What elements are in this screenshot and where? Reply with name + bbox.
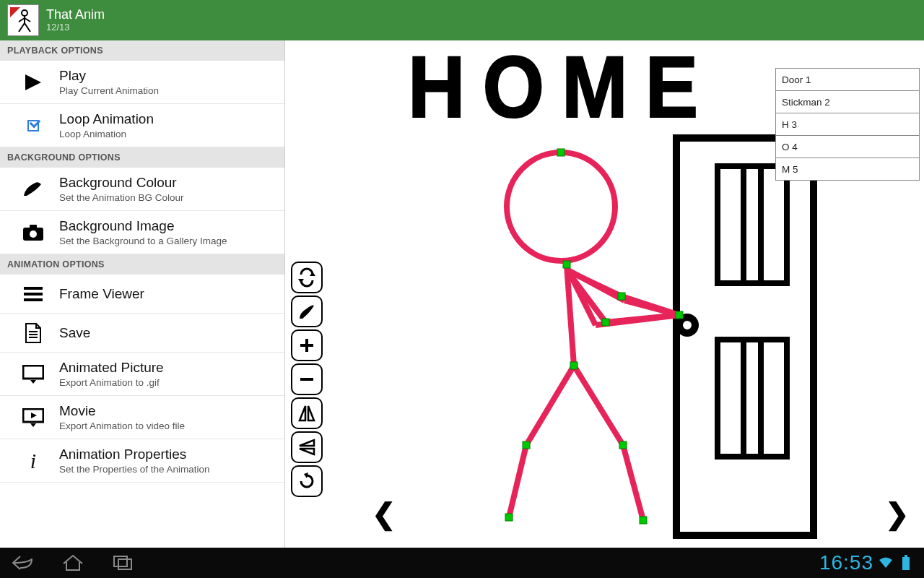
menu-play[interactable]: Play Play Current Animation xyxy=(0,61,284,104)
menu-movie[interactable]: Movie Export Animation to video file xyxy=(0,396,284,439)
svg-point-1 xyxy=(22,10,27,16)
brush-icon xyxy=(7,180,59,199)
menu-loop-animation[interactable]: Loop Animation Loop Animation xyxy=(0,104,284,147)
svg-line-5 xyxy=(19,18,25,22)
svg-marker-53 xyxy=(300,440,314,446)
menu-item-subtitle: Play Current Animation xyxy=(59,85,277,96)
tool-plus[interactable] xyxy=(291,329,323,361)
svg-line-33 xyxy=(509,445,526,517)
svg-marker-0 xyxy=(10,7,20,17)
prev-frame-button[interactable]: ❮ xyxy=(372,497,396,530)
svg-line-35 xyxy=(623,445,643,520)
svg-marker-52 xyxy=(308,406,314,420)
layer-list: Door 1 Stickman 2 H 3 O 4 M 5 xyxy=(775,68,920,180)
svg-marker-46 xyxy=(310,272,315,276)
wifi-icon xyxy=(878,555,894,571)
svg-rect-9 xyxy=(30,225,37,229)
camera-icon xyxy=(7,224,59,241)
svg-rect-45 xyxy=(640,517,647,524)
svg-point-26 xyxy=(507,152,615,261)
app-icon[interactable] xyxy=(7,4,39,36)
svg-rect-42 xyxy=(523,441,530,449)
svg-point-10 xyxy=(30,230,37,238)
play-icon xyxy=(7,74,59,90)
menu-item-subtitle: Set the Background to a Gallery Image xyxy=(59,236,277,246)
menu-animated-picture[interactable]: Animated Picture Export Animation to .gi… xyxy=(0,353,284,396)
recents-icon[interactable] xyxy=(111,553,136,572)
svg-rect-58 xyxy=(902,557,910,570)
app-title: That Anim xyxy=(46,7,105,22)
layer-row[interactable]: Stickman 2 xyxy=(775,90,920,113)
svg-marker-54 xyxy=(300,449,314,454)
svg-rect-43 xyxy=(619,441,627,449)
menu-frame-viewer[interactable]: Frame Viewer xyxy=(0,275,284,314)
svg-rect-57 xyxy=(118,559,131,569)
checkbox-icon[interactable] xyxy=(7,120,59,131)
battery-icon xyxy=(898,555,914,571)
layer-row[interactable]: Door 1 xyxy=(775,68,920,91)
svg-rect-44 xyxy=(505,514,513,521)
tool-cycle[interactable] xyxy=(291,262,323,293)
android-navbar: 16:53 xyxy=(0,548,924,578)
layer-row[interactable]: M 5 xyxy=(775,158,920,181)
menu-background-image[interactable]: Background Image Set the Background to a… xyxy=(0,211,284,254)
svg-rect-11 xyxy=(24,287,43,290)
section-header-animation: ANIMATION OPTIONS xyxy=(0,254,284,275)
section-header-playback: PLAYBACK OPTIONS xyxy=(0,40,284,61)
svg-line-4 xyxy=(25,23,30,32)
home-icon[interactable] xyxy=(61,553,85,572)
svg-rect-13 xyxy=(24,298,43,301)
screen-play-icon xyxy=(7,408,59,427)
menu-item-title: Save xyxy=(59,325,277,341)
svg-rect-40 xyxy=(676,311,683,319)
svg-rect-38 xyxy=(618,293,625,300)
svg-rect-59 xyxy=(905,555,907,557)
tool-brush[interactable] xyxy=(291,296,323,327)
sidebar: PLAYBACK OPTIONS Play Play Current Anima… xyxy=(0,40,285,548)
svg-marker-20 xyxy=(31,413,37,418)
list-icon xyxy=(7,287,59,301)
tool-rotate[interactable] xyxy=(291,465,323,497)
canvas[interactable]: HOME xyxy=(285,40,924,548)
layer-row[interactable]: H 3 xyxy=(775,113,920,136)
menu-item-title: Animated Picture xyxy=(59,360,277,376)
tool-flip-horizontal[interactable] xyxy=(291,397,323,429)
menu-item-title: Background Image xyxy=(59,218,277,234)
menu-item-title: Movie xyxy=(59,403,277,419)
svg-rect-36 xyxy=(557,149,565,156)
back-icon[interactable] xyxy=(10,553,35,572)
svg-marker-21 xyxy=(30,423,36,427)
svg-line-3 xyxy=(19,23,25,32)
section-header-background: BACKGROUND OPTIONS xyxy=(0,147,284,168)
action-bar: That Anim 12/13 xyxy=(0,0,924,40)
svg-line-34 xyxy=(574,366,623,445)
screen-icon xyxy=(7,365,59,384)
svg-rect-41 xyxy=(570,362,578,369)
menu-item-subtitle: Export Animation to .gif xyxy=(59,377,277,388)
menu-item-title: Play xyxy=(59,68,277,84)
menu-background-colour[interactable]: Background Colour Set the Animation BG C… xyxy=(0,168,284,211)
menu-item-subtitle: Loop Animation xyxy=(59,129,277,139)
menu-save[interactable]: Save xyxy=(0,314,284,353)
svg-line-31 xyxy=(606,315,679,322)
svg-rect-56 xyxy=(114,556,127,566)
layer-row[interactable]: O 4 xyxy=(775,135,920,158)
canvas-title-text: HOME xyxy=(408,36,715,137)
menu-item-title: Frame Viewer xyxy=(59,286,277,302)
menu-item-title: Loop Animation xyxy=(59,111,277,127)
status-clock: 16:53 xyxy=(819,551,873,574)
svg-rect-39 xyxy=(602,319,609,326)
tool-minus[interactable] xyxy=(291,363,323,395)
svg-rect-12 xyxy=(24,293,43,296)
svg-marker-47 xyxy=(298,279,304,283)
svg-marker-7 xyxy=(25,74,41,90)
menu-item-subtitle: Set the Animation BG Colour xyxy=(59,192,277,203)
next-frame-button[interactable]: ❯ xyxy=(885,497,910,530)
menu-item-title: Animation Properties xyxy=(59,447,277,462)
menu-animation-properties[interactable]: i Animation Properties Set the Propertie… xyxy=(0,439,284,483)
svg-rect-37 xyxy=(563,261,570,268)
svg-line-29 xyxy=(622,296,679,315)
tool-flip-vertical[interactable] xyxy=(291,431,323,463)
svg-line-32 xyxy=(526,366,574,445)
stickman-object[interactable] xyxy=(451,134,740,539)
